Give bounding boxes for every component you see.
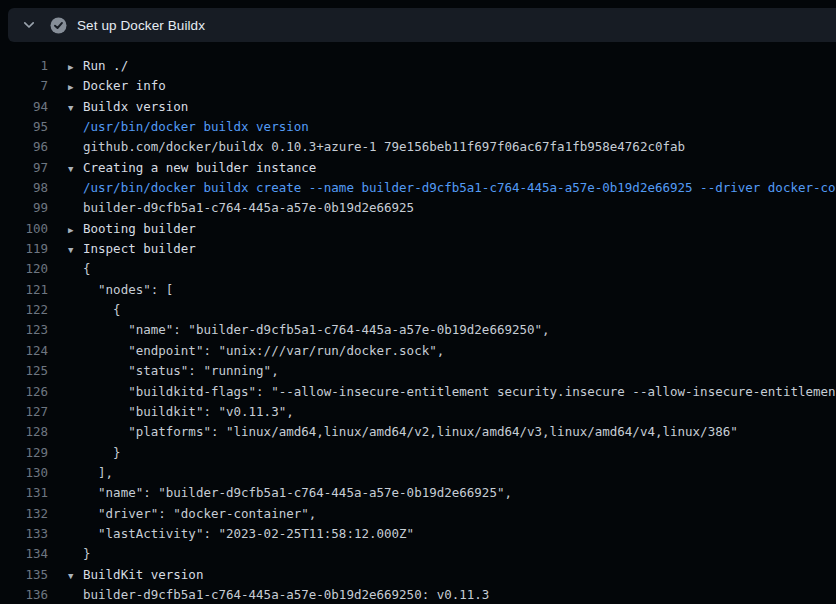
- log-line: 98/usr/bin/docker buildx create --name b…: [0, 178, 836, 198]
- line-number[interactable]: 127: [0, 402, 48, 422]
- log-output-text: "nodes": [: [68, 280, 173, 300]
- line-number[interactable]: 97: [0, 158, 48, 178]
- caret-right-icon[interactable]: ▶: [68, 57, 83, 77]
- line-number[interactable]: 99: [0, 198, 48, 218]
- log-output-text: {: [68, 259, 91, 279]
- log-line: 96github.com/docker/buildx 0.10.3+azure-…: [0, 137, 836, 157]
- log-output-text: "driver": "docker-container",: [68, 504, 316, 524]
- log-output-text: "buildkit": "v0.11.3",: [68, 402, 294, 422]
- line-number[interactable]: 98: [0, 178, 48, 198]
- log-line-text: builder-d9cfb5a1-c764-445a-a57e-0b19d2e6…: [83, 200, 414, 215]
- line-number[interactable]: 7: [0, 76, 48, 96]
- log-line-text: Buildx version: [83, 99, 188, 114]
- line-number[interactable]: 128: [0, 422, 48, 442]
- line-number[interactable]: 134: [0, 544, 48, 564]
- log-line-text: {: [83, 261, 91, 276]
- log-line: 133 "lastActivity": "2023-02-25T11:58:12…: [0, 524, 836, 544]
- log-line: 100▶Booting builder: [0, 219, 836, 239]
- log-output-text: "name": "builder-d9cfb5a1-c764-445a-a57e…: [68, 483, 512, 503]
- line-number[interactable]: 136: [0, 585, 48, 604]
- log-line: 120{: [0, 259, 836, 279]
- log-output-panel: 1▶Run ./7▶Docker info94▼Buildx version95…: [0, 42, 836, 604]
- log-line: 97▼Creating a new builder instance: [0, 158, 836, 178]
- log-line-text: "lastActivity": "2023-02-25T11:58:12.000…: [83, 526, 414, 541]
- log-line: 136builder-d9cfb5a1-c764-445a-a57e-0b19d…: [0, 585, 836, 604]
- line-number[interactable]: 125: [0, 361, 48, 381]
- log-output-text: ],: [68, 463, 113, 483]
- log-line-text: "buildkitd-flags": "--allow-insecure-ent…: [83, 384, 836, 399]
- step-success-check-icon: [49, 16, 67, 34]
- step-header-set-up-docker-buildx[interactable]: Set up Docker Buildx: [8, 8, 836, 42]
- line-number[interactable]: 121: [0, 280, 48, 300]
- line-number[interactable]: 126: [0, 382, 48, 402]
- log-line-text: Inspect builder: [83, 241, 196, 256]
- log-line-text: builder-d9cfb5a1-c764-445a-a57e-0b19d2e6…: [83, 587, 489, 602]
- log-line: 129 }: [0, 443, 836, 463]
- step-title: Set up Docker Buildx: [77, 18, 205, 33]
- log-line: 135▼BuildKit version: [0, 565, 836, 585]
- log-line: 125 "status": "running",: [0, 361, 836, 381]
- log-line-text: "buildkit": "v0.11.3",: [83, 404, 294, 419]
- log-line: 127 "buildkit": "v0.11.3",: [0, 402, 836, 422]
- line-number[interactable]: 135: [0, 565, 48, 585]
- line-number[interactable]: 133: [0, 524, 48, 544]
- line-number[interactable]: 122: [0, 300, 48, 320]
- line-number[interactable]: 95: [0, 117, 48, 137]
- log-line-text: "name": "builder-d9cfb5a1-c764-445a-a57e…: [83, 322, 550, 337]
- line-number[interactable]: 96: [0, 137, 48, 157]
- log-line-text: "endpoint": "unix:///var/run/docker.sock…: [83, 343, 444, 358]
- log-line-text: ],: [83, 465, 113, 480]
- log-line-text: "status": "running",: [83, 363, 279, 378]
- log-line: 130 ],: [0, 463, 836, 483]
- line-number[interactable]: 120: [0, 259, 48, 279]
- log-group-title[interactable]: ▶Docker info: [68, 76, 166, 96]
- line-number[interactable]: 123: [0, 320, 48, 340]
- log-line: 121 "nodes": [: [0, 280, 836, 300]
- log-line: 95/usr/bin/docker buildx version: [0, 117, 836, 137]
- line-number[interactable]: 119: [0, 239, 48, 259]
- log-line-text: Booting builder: [83, 221, 196, 236]
- line-number[interactable]: 124: [0, 341, 48, 361]
- log-line-text: BuildKit version: [83, 567, 203, 582]
- log-line-text: }: [83, 546, 91, 561]
- log-line: 132 "driver": "docker-container",: [0, 504, 836, 524]
- log-line: 94▼Buildx version: [0, 97, 836, 117]
- line-number[interactable]: 1: [0, 56, 48, 76]
- log-output-text: "lastActivity": "2023-02-25T11:58:12.000…: [68, 524, 414, 544]
- line-number[interactable]: 131: [0, 483, 48, 503]
- log-group-title[interactable]: ▼Buildx version: [68, 97, 188, 117]
- log-line: 1▶Run ./: [0, 56, 836, 76]
- log-line: 122 {: [0, 300, 836, 320]
- log-line-text: github.com/docker/buildx 0.10.3+azure-1 …: [83, 139, 685, 154]
- caret-down-icon[interactable]: ▼: [68, 240, 83, 260]
- caret-down-icon[interactable]: ▼: [68, 98, 83, 118]
- caret-right-icon[interactable]: ▶: [68, 77, 83, 97]
- log-line-text: "platforms": "linux/amd64,linux/amd64/v2…: [83, 424, 738, 439]
- log-output-text: "name": "builder-d9cfb5a1-c764-445a-a57e…: [68, 320, 550, 340]
- caret-down-icon[interactable]: ▼: [68, 566, 83, 586]
- line-number[interactable]: 132: [0, 504, 48, 524]
- log-output-text: "platforms": "linux/amd64,linux/amd64/v2…: [68, 422, 738, 442]
- log-output-text: "status": "running",: [68, 361, 279, 381]
- log-line-text: Creating a new builder instance: [83, 160, 316, 175]
- line-number[interactable]: 129: [0, 443, 48, 463]
- log-line-text: }: [83, 445, 121, 460]
- line-number[interactable]: 130: [0, 463, 48, 483]
- log-group-title[interactable]: ▼Creating a new builder instance: [68, 158, 316, 178]
- caret-down-icon[interactable]: ▼: [68, 159, 83, 179]
- log-output-text: "buildkitd-flags": "--allow-insecure-ent…: [68, 382, 836, 402]
- line-number[interactable]: 100: [0, 219, 48, 239]
- log-group-title[interactable]: ▶Run ./: [68, 56, 128, 76]
- log-line: 123 "name": "builder-d9cfb5a1-c764-445a-…: [0, 320, 836, 340]
- log-group-title[interactable]: ▼BuildKit version: [68, 565, 203, 585]
- line-number[interactable]: 94: [0, 97, 48, 117]
- caret-right-icon[interactable]: ▶: [68, 220, 83, 240]
- log-output-text: }: [68, 443, 121, 463]
- log-line-text: "nodes": [: [83, 282, 173, 297]
- log-line-text: /usr/bin/docker buildx version: [83, 119, 309, 134]
- log-group-title[interactable]: ▶Booting builder: [68, 219, 196, 239]
- log-line-text: "name": "builder-d9cfb5a1-c764-445a-a57e…: [83, 485, 512, 500]
- chevron-down-icon[interactable]: [20, 16, 38, 34]
- log-group-title[interactable]: ▼Inspect builder: [68, 239, 196, 259]
- log-command-text: /usr/bin/docker buildx create --name bui…: [68, 178, 836, 198]
